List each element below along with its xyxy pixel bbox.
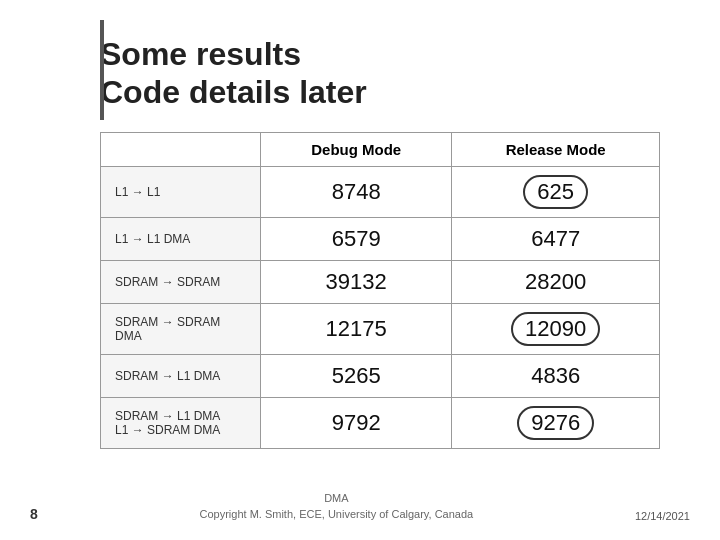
release-value: 12090 — [452, 303, 660, 354]
table-row: L1 → L18748625 — [101, 166, 660, 217]
debug-value: 6579 — [261, 217, 452, 260]
debug-value: 8748 — [261, 166, 452, 217]
footer-copyright: Copyright M. Smith, ECE, University of C… — [200, 507, 474, 522]
title-bar — [100, 20, 104, 120]
footer: 8 DMA Copyright M. Smith, ECE, Universit… — [0, 491, 720, 522]
release-value: 625 — [452, 166, 660, 217]
results-table: Debug Mode Release Mode L1 → L18748625L1… — [100, 132, 660, 449]
table-row: SDRAM → SDRAM DMA1217512090 — [101, 303, 660, 354]
data-table-container: Debug Mode Release Mode L1 → L18748625L1… — [100, 132, 660, 449]
table-row: SDRAM → SDRAM3913228200 — [101, 260, 660, 303]
release-value: 28200 — [452, 260, 660, 303]
debug-value: 39132 — [261, 260, 452, 303]
release-value: 9276 — [452, 397, 660, 448]
row-label: SDRAM → SDRAM — [101, 260, 261, 303]
col-header-debug: Debug Mode — [261, 132, 452, 166]
release-value: 4836 — [452, 354, 660, 397]
row-label: SDRAM → SDRAM DMA — [101, 303, 261, 354]
footer-center: DMA Copyright M. Smith, ECE, University … — [200, 491, 474, 522]
row-label: L1 → L1 DMA — [101, 217, 261, 260]
table-row: SDRAM → L1 DMA52654836 — [101, 354, 660, 397]
debug-value: 12175 — [261, 303, 452, 354]
title-line2: Code details later — [100, 74, 367, 110]
title-line1: Some results — [100, 36, 301, 72]
footer-dma-label: DMA — [200, 491, 474, 506]
row-label: SDRAM → L1 DMA — [101, 354, 261, 397]
title-section: Some results Code details later — [100, 30, 680, 112]
page-title: Some results Code details later — [100, 35, 680, 112]
row-label: L1 → L1 — [101, 166, 261, 217]
table-row: L1 → L1 DMA65796477 — [101, 217, 660, 260]
slide: Some results Code details later Debug Mo… — [0, 0, 720, 540]
release-value: 6477 — [452, 217, 660, 260]
col-header-empty — [101, 132, 261, 166]
table-row: SDRAM → L1 DMAL1 → SDRAM DMA97929276 — [101, 397, 660, 448]
col-header-release: Release Mode — [452, 132, 660, 166]
page-number: 8 — [30, 506, 38, 522]
debug-value: 9792 — [261, 397, 452, 448]
debug-value: 5265 — [261, 354, 452, 397]
footer-date: 12/14/2021 — [635, 510, 690, 522]
row-label: SDRAM → L1 DMAL1 → SDRAM DMA — [101, 397, 261, 448]
